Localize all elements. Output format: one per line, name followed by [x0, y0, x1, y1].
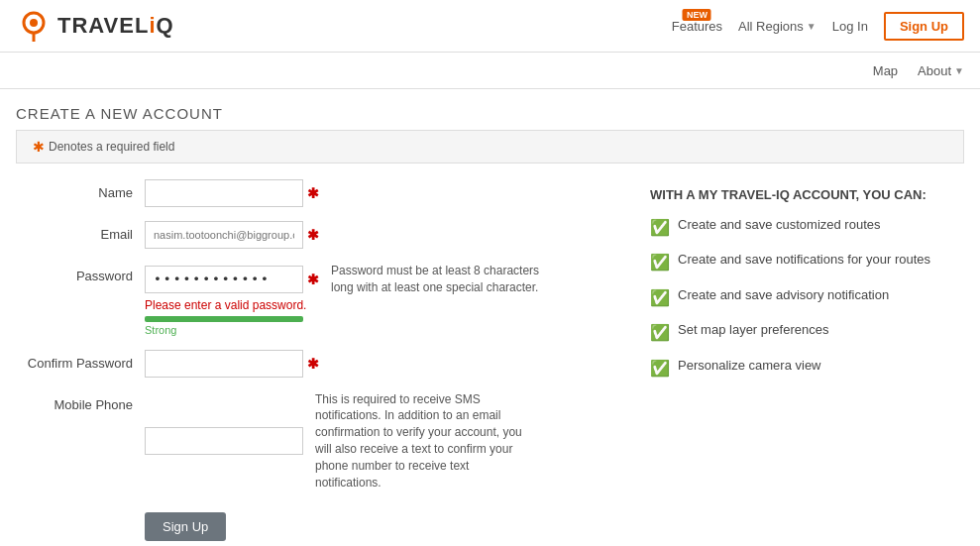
signup-form-button[interactable]: Sign Up [145, 512, 226, 541]
password-hint: Password must be at least 8 characters l… [331, 263, 549, 296]
info-title: WITH A MY TRAVEL-IQ ACCOUNT, YOU CAN: [650, 187, 964, 202]
logo-icon [16, 8, 52, 44]
password-label: Password [16, 263, 145, 283]
confirm-password-field-group: ✱ [145, 350, 319, 378]
required-notice: ✱ Denotes a required field [16, 130, 964, 164]
info-item-1: Create and save customized routes [678, 216, 881, 234]
confirm-password-row: Confirm Password ✱ [16, 350, 610, 378]
svg-point-1 [30, 19, 38, 27]
header-bottom: Map About ▼ [0, 53, 980, 89]
list-item: ✅ Create and save notifications for your… [650, 251, 964, 273]
about-nav-link[interactable]: About ▼ [918, 63, 964, 78]
check-icon-2: ✅ [650, 252, 670, 273]
new-badge: NEW [683, 9, 711, 21]
strength-label: Strong [145, 324, 303, 336]
logo-text: TRAVELiQ [57, 13, 174, 39]
name-input[interactable] [145, 179, 303, 207]
list-item: ✅ Create and save advisory notification [650, 286, 964, 309]
form-section: Name ✱ Email ✱ Password [16, 179, 610, 541]
header-top: TRAVELiQ NEW Features All Regions ▼ Log … [0, 0, 980, 53]
list-item: ✅ Set map layer preferences [650, 321, 964, 344]
password-required-icon: ✱ [307, 272, 319, 287]
confirm-password-required-icon: ✱ [307, 356, 319, 372]
password-field-group: ✱ Password must be at least 8 characters… [145, 263, 549, 336]
email-input[interactable] [145, 221, 303, 249]
check-icon-1: ✅ [650, 217, 670, 239]
password-row: Password ✱ Password must be at least 8 c… [16, 263, 610, 336]
password-input[interactable] [145, 266, 303, 293]
submit-row: Sign Up [16, 504, 610, 541]
info-item-4: Set map layer preferences [678, 321, 828, 339]
mobile-hint: This is required to receive SMS notifica… [315, 391, 533, 491]
regions-link[interactable]: All Regions ▼ [738, 19, 817, 34]
nav-right: NEW Features All Regions ▼ Log In Sign U… [672, 12, 964, 41]
info-item-5: Personalize camera view [678, 357, 821, 375]
page-title-bar: CREATE A NEW ACCOUNT [0, 89, 980, 130]
check-icon-5: ✅ [650, 358, 670, 380]
email-row: Email ✱ [16, 221, 610, 249]
confirm-password-input[interactable] [145, 350, 303, 378]
strength-bar [145, 316, 303, 322]
mobile-label: Mobile Phone [16, 391, 145, 412]
strength-bar-container: Strong [145, 316, 303, 336]
email-required-icon: ✱ [307, 227, 319, 243]
signup-button[interactable]: Sign Up [884, 12, 964, 41]
confirm-password-field-inline: ✱ [145, 350, 319, 378]
name-row: Name ✱ [16, 179, 610, 207]
info-section: WITH A MY TRAVEL-IQ ACCOUNT, YOU CAN: ✅ … [650, 179, 964, 541]
confirm-password-label: Confirm Password [16, 350, 145, 371]
password-field-inline: ✱ Password must be at least 8 characters… [145, 263, 549, 296]
info-list: ✅ Create and save customized routes ✅ Cr… [650, 216, 964, 380]
login-link[interactable]: Log In [832, 19, 868, 34]
mobile-field-inline: This is required to receive SMS notifica… [145, 391, 533, 491]
map-nav-link[interactable]: Map [873, 63, 898, 78]
mobile-input[interactable] [145, 427, 303, 455]
info-item-3: Create and save advisory notification [678, 286, 889, 304]
email-field-group: ✱ [145, 221, 319, 249]
features-nav: NEW Features [672, 19, 722, 34]
required-notice-text: Denotes a required field [49, 140, 174, 154]
email-field-inline: ✱ [145, 221, 319, 249]
list-item: ✅ Create and save customized routes [650, 216, 964, 239]
mobile-field-group: This is required to receive SMS notifica… [145, 391, 533, 491]
info-item-2: Create and save notifications for your r… [678, 251, 930, 269]
email-label: Email [16, 221, 145, 242]
name-label: Name [16, 179, 145, 200]
about-arrow-icon: ▼ [954, 65, 964, 76]
regions-arrow-icon: ▼ [807, 21, 817, 32]
password-error: Please enter a valid password. [145, 298, 549, 312]
features-link[interactable]: Features [672, 19, 722, 34]
name-field-inline: ✱ [145, 179, 319, 207]
page-title: CREATE A NEW ACCOUNT [16, 105, 964, 122]
check-icon-4: ✅ [650, 322, 670, 344]
main-content: Name ✱ Email ✱ Password [0, 179, 980, 541]
mobile-row: Mobile Phone This is required to receive… [16, 391, 610, 491]
name-required-icon: ✱ [307, 185, 319, 201]
required-star-icon: ✱ [33, 139, 45, 155]
logo[interactable]: TRAVELiQ [16, 8, 174, 44]
list-item: ✅ Personalize camera view [650, 357, 964, 380]
name-field-group: ✱ [145, 179, 319, 207]
check-icon-3: ✅ [650, 287, 670, 309]
